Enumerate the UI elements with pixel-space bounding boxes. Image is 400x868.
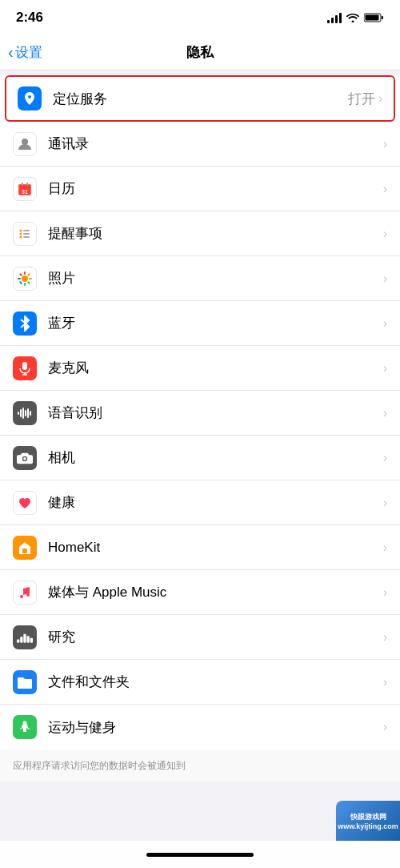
photos-row[interactable]: 照片 › bbox=[0, 256, 400, 301]
svg-text:31: 31 bbox=[22, 189, 28, 195]
bluetooth-row[interactable]: 蓝牙 › bbox=[0, 301, 400, 346]
photos-label: 照片 bbox=[48, 269, 383, 287]
music-icon bbox=[13, 581, 37, 605]
media-row[interactable]: 媒体与 Apple Music › bbox=[0, 570, 400, 615]
calendar-row[interactable]: 31 日历 › bbox=[0, 167, 400, 211]
bluetooth-label: 蓝牙 bbox=[48, 314, 383, 332]
research-icon bbox=[13, 625, 37, 649]
svg-point-47 bbox=[23, 721, 27, 725]
fitness-row[interactable]: 运动与健身 › bbox=[0, 705, 400, 749]
research-row[interactable]: 研究 › bbox=[0, 615, 400, 660]
media-label: 媒体与 Apple Music bbox=[48, 583, 383, 601]
camera-row[interactable]: 相机 › bbox=[0, 436, 400, 480]
calendar-icon: 31 bbox=[13, 177, 37, 201]
contacts-chevron-icon: › bbox=[383, 137, 387, 151]
photos-icon bbox=[13, 267, 37, 291]
camera-label: 相机 bbox=[48, 448, 383, 467]
bottom-hint: 应用程序请求访问您的数据时会被通知到 bbox=[0, 749, 400, 782]
svg-point-41 bbox=[26, 593, 30, 597]
svg-rect-15 bbox=[23, 233, 30, 235]
svg-point-11 bbox=[20, 229, 22, 231]
svg-rect-39 bbox=[22, 549, 27, 553]
svg-rect-42 bbox=[17, 639, 19, 642]
watermark-line1: 快眼游戏网 bbox=[350, 812, 386, 822]
bottom-hint-text: 应用程序请求访问您的数据时会被通知到 bbox=[13, 759, 186, 773]
speech-row[interactable]: 语音识别 › bbox=[0, 391, 400, 436]
svg-rect-44 bbox=[23, 633, 26, 642]
location-label: 定位服务 bbox=[53, 90, 348, 108]
health-chevron-icon: › bbox=[383, 496, 387, 510]
svg-rect-43 bbox=[20, 637, 22, 643]
svg-line-22 bbox=[20, 274, 21, 275]
svg-line-24 bbox=[28, 274, 29, 275]
svg-point-38 bbox=[23, 457, 26, 460]
calendar-label: 日历 bbox=[48, 179, 383, 198]
svg-rect-46 bbox=[30, 637, 33, 642]
photos-chevron-icon: › bbox=[383, 271, 387, 286]
svg-rect-34 bbox=[25, 410, 26, 416]
bottom-bar bbox=[0, 841, 400, 868]
health-label: 健康 bbox=[48, 493, 383, 512]
svg-rect-32 bbox=[20, 409, 22, 417]
svg-point-13 bbox=[20, 235, 22, 238]
svg-point-17 bbox=[22, 275, 28, 282]
svg-rect-14 bbox=[23, 230, 30, 231]
svg-rect-35 bbox=[27, 408, 29, 418]
files-label: 文件和文件夹 bbox=[48, 673, 383, 691]
settings-list: 定位服务 打开 › 通讯录 › 31 日历 › bbox=[0, 75, 400, 749]
location-value: 打开 bbox=[348, 90, 375, 108]
wifi-icon bbox=[346, 13, 359, 22]
reminders-label: 提醒事项 bbox=[48, 224, 383, 243]
files-row[interactable]: 文件和文件夹 › bbox=[0, 660, 400, 705]
home-icon bbox=[13, 536, 37, 560]
microphone-icon bbox=[13, 356, 37, 380]
svg-rect-36 bbox=[30, 411, 31, 416]
fitness-icon bbox=[13, 715, 37, 739]
status-bar: 2:46 bbox=[0, 0, 400, 35]
svg-point-3 bbox=[22, 139, 28, 145]
media-chevron-icon: › bbox=[383, 585, 387, 600]
nav-bar: ‹ 设置 隐私 bbox=[0, 35, 400, 70]
fitness-label: 运动与健身 bbox=[48, 718, 383, 737]
location-row[interactable]: 定位服务 打开 › bbox=[5, 75, 395, 122]
status-icons bbox=[327, 13, 384, 23]
svg-rect-16 bbox=[23, 236, 30, 238]
contacts-row[interactable]: 通讯录 › bbox=[0, 122, 400, 167]
home-indicator bbox=[146, 853, 254, 857]
location-chevron-icon: › bbox=[378, 91, 382, 106]
research-chevron-icon: › bbox=[383, 630, 387, 645]
svg-rect-1 bbox=[382, 16, 383, 19]
research-label: 研究 bbox=[48, 628, 383, 646]
contacts-label: 通讯录 bbox=[48, 135, 383, 153]
microphone-row[interactable]: 麦克风 › bbox=[0, 346, 400, 391]
signal-icon bbox=[327, 13, 342, 23]
homekit-label: HomeKit bbox=[48, 540, 383, 556]
back-button[interactable]: ‹ 设置 bbox=[8, 43, 42, 62]
reminders-icon bbox=[13, 222, 37, 246]
camera-icon bbox=[13, 446, 37, 470]
back-chevron-icon: ‹ bbox=[8, 43, 14, 62]
bluetooth-icon bbox=[13, 311, 37, 336]
svg-rect-45 bbox=[27, 636, 30, 642]
back-label: 设置 bbox=[15, 43, 42, 62]
watermark-line2: www.kyijting.com bbox=[338, 822, 398, 830]
homekit-row[interactable]: HomeKit › bbox=[0, 525, 400, 570]
speech-label: 语音识别 bbox=[48, 404, 383, 422]
svg-line-25 bbox=[20, 282, 21, 283]
health-icon bbox=[13, 491, 37, 515]
fitness-chevron-icon: › bbox=[383, 720, 387, 734]
camera-chevron-icon: › bbox=[383, 451, 387, 465]
files-icon bbox=[13, 670, 37, 694]
reminders-row[interactable]: 提醒事项 › bbox=[0, 211, 400, 256]
svg-rect-2 bbox=[366, 15, 379, 21]
calendar-chevron-icon: › bbox=[383, 182, 387, 196]
bluetooth-chevron-icon: › bbox=[383, 316, 387, 331]
reminders-chevron-icon: › bbox=[383, 227, 387, 241]
svg-point-12 bbox=[20, 232, 22, 235]
contacts-icon bbox=[13, 132, 37, 156]
microphone-chevron-icon: › bbox=[383, 361, 387, 376]
homekit-chevron-icon: › bbox=[383, 540, 387, 555]
health-row[interactable]: 健康 › bbox=[0, 480, 400, 525]
speech-chevron-icon: › bbox=[383, 406, 387, 420]
status-time: 2:46 bbox=[16, 10, 43, 26]
